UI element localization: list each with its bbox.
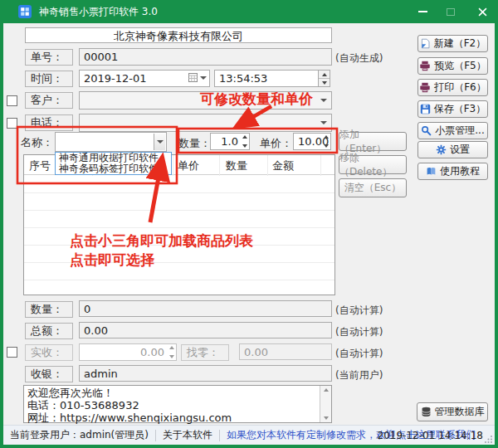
received-value: 0.00 [140,346,164,358]
spin-down-icon [322,81,327,85]
product-dropdown-list: 神奇通用收据打印软件 神奇条码标签打印软件 [55,152,172,175]
spin-down-icon[interactable] [169,355,174,358]
resize-grip[interactable] [485,435,493,443]
qty-spinner-field[interactable]: 1.0 [210,133,250,150]
order-no-note: (自动生成) [335,51,383,66]
scroll-down-icon[interactable] [324,416,329,420]
app-window: 神奇销售小票打印软件 3.0 北京神奇像素科技有限公司 单号： 00001 (自… [0,0,498,448]
button-label: 设置 [450,143,470,157]
minimize-button[interactable] [408,0,437,23]
qty-spinner[interactable] [242,135,247,148]
order-no-field[interactable]: 00001 [79,48,332,66]
spin-up-icon[interactable] [242,135,247,139]
customer-dropdown-arrow-icon[interactable] [320,99,327,102]
customer-checkbox[interactable] [7,95,17,106]
received-label: 实收： [25,344,73,361]
welcome-line: 网址：https://www.shenqixiangsu.com [27,411,328,424]
items-table-body [24,176,334,295]
time-spinner-field[interactable]: 13:54:53 [214,70,330,87]
window-border-bottom [0,445,498,448]
welcome-textarea[interactable]: 欢迎您再次光临！ 电话：010-53688932 网址：https://www.… [23,385,332,423]
button-label: 小票管理... [435,124,484,138]
close-button[interactable] [468,0,496,23]
order-no-label: 单号： [25,49,73,66]
items-table: 序号 名称 单价 数量 金额 [23,154,335,295]
cashier-field: admin [79,365,332,382]
product-dropdown-button[interactable] [154,134,165,150]
qty-value: 1.0 [221,135,238,148]
scroll-up-icon[interactable] [324,388,329,392]
total-amount-field: 0.00 [79,322,332,338]
price-spinner-field[interactable]: 10.00 [293,133,331,150]
tutorial-button[interactable]: 使用教程 [417,163,488,180]
save-button[interactable]: 保存（F3） [417,100,488,118]
customer-combobox[interactable] [79,91,332,110]
calendar-icon [188,73,198,82]
total-qty-note: (自动计算) [335,304,383,318]
button-label: 新建（F2） [434,37,486,51]
customer-label: 客户： [25,92,73,109]
date-value: 2019-12-01 [84,72,147,85]
col-header-index: 序号 [29,158,51,173]
spin-up-icon[interactable] [169,346,174,349]
status-separator [219,430,220,441]
close-icon [478,7,487,17]
window-title: 神奇销售小票打印软件 3.0 [39,5,158,19]
print-button[interactable]: 打印（F6） [417,79,488,96]
window-border-left [0,23,3,448]
product-dropdown-arrow-icon [157,140,164,144]
maximize-icon [447,8,455,16]
new-button[interactable]: 新建（F2） [417,35,488,52]
product-combobox[interactable] [55,132,167,152]
phone-combobox[interactable] [79,114,332,132]
col-header-price: 单价 [178,158,199,173]
change-note: (自动计算) [335,347,383,361]
add-button[interactable]: 添加（Enter） [339,132,407,151]
date-picker-button[interactable] [188,73,207,82]
clear-button[interactable]: 清空（Esc） [339,178,407,197]
date-picker-field[interactable]: 2019-12-01 [79,70,210,87]
received-spinner-field[interactable]: 0.00 [79,343,177,361]
save-icon [420,104,431,114]
preview-button[interactable]: 预览（F5） [417,57,488,75]
phone-label: 电话： [25,114,73,131]
time-spin-up[interactable] [319,71,330,79]
total-qty-label: 数量： [25,301,73,318]
product-label: 名称： [21,135,53,150]
time-spinner[interactable] [318,71,330,86]
qty-label: 数量： [178,136,211,151]
printer-icon [419,82,431,93]
received-spinner[interactable] [169,346,174,358]
spin-up-icon[interactable] [324,135,329,139]
phone-dropdown-arrow-icon[interactable] [320,121,327,124]
price-label: 单价： [260,136,292,151]
database-icon [421,407,432,417]
app-icon [18,5,32,18]
window-border-right [495,23,498,448]
status-separator [155,430,156,441]
company-name-input[interactable]: 北京神奇像素科技有限公司 [25,27,332,43]
manage-database-button[interactable]: 管理数据库 [417,402,488,421]
time-label: 时间： [25,71,73,87]
magnifier-icon [421,125,432,136]
settings-button[interactable]: 设置 [417,141,488,158]
book-icon [426,166,437,177]
price-spinner[interactable] [324,135,329,148]
remove-button[interactable]: 移除（Delete） [339,155,407,174]
welcome-scrollbar[interactable] [320,386,331,422]
total-amount-note: (自动计算) [335,325,383,339]
status-about-link[interactable]: 关于本软件 [163,428,212,442]
spin-down-icon[interactable] [242,144,247,148]
welcome-line: 欢迎您再次光临！ [27,387,328,399]
status-user: 当前登录用户：admin(管理员) [10,428,149,442]
phone-checkbox[interactable] [7,118,17,129]
cashier-note: (当前用户) [335,368,383,382]
spin-down-icon[interactable] [324,144,329,148]
receipt-manager-button[interactable]: 小票管理... [417,122,488,139]
dropdown-option[interactable]: 神奇条码标签打印软件 [56,163,171,174]
button-label: 打印（F6） [434,80,486,95]
time-spin-down[interactable] [319,79,330,86]
maximize-button[interactable] [437,0,465,23]
welcome-line: 电话：010-53688932 [27,399,328,411]
received-checkbox[interactable] [7,347,17,358]
